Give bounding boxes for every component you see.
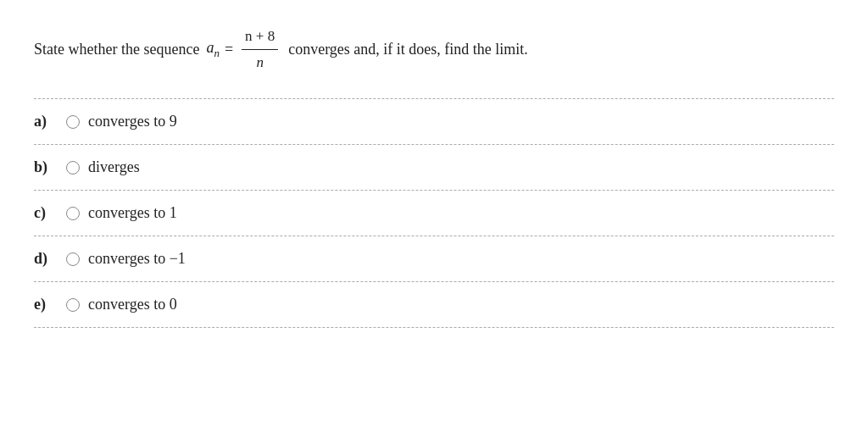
option-text-4: converges to 0 bbox=[88, 296, 177, 313]
question-text-after: converges and, if it does, find the limi… bbox=[288, 38, 528, 61]
option-radio-2[interactable] bbox=[66, 207, 80, 220]
option-label-1: b) bbox=[34, 158, 58, 176]
sequence-formula: an = n + 8 n bbox=[206, 25, 281, 73]
fraction-denominator: n bbox=[253, 50, 267, 74]
sequence-subscript: n bbox=[214, 47, 220, 59]
option-radio-3[interactable] bbox=[66, 252, 80, 266]
option-text-1: diverges bbox=[88, 158, 140, 176]
fraction: n + 8 n bbox=[242, 25, 278, 73]
question-text-before: State whether the sequence bbox=[34, 38, 199, 61]
option-row-a: a)converges to 9 bbox=[34, 99, 834, 145]
option-text-3: converges to −1 bbox=[88, 250, 186, 268]
option-radio-0[interactable] bbox=[66, 115, 80, 129]
option-label-4: e) bbox=[34, 296, 58, 313]
option-text-2: converges to 1 bbox=[88, 204, 177, 222]
option-text-0: converges to 9 bbox=[88, 113, 177, 130]
sequence-variable: an bbox=[206, 36, 220, 61]
equals-sign: = bbox=[225, 38, 233, 61]
option-row-b: b)diverges bbox=[34, 145, 834, 191]
option-row-d: d)converges to −1 bbox=[34, 236, 834, 282]
option-label-0: a) bbox=[34, 113, 58, 130]
option-label-3: d) bbox=[34, 250, 58, 268]
fraction-numerator: n + 8 bbox=[242, 25, 278, 50]
option-radio-4[interactable] bbox=[66, 298, 80, 312]
option-radio-1[interactable] bbox=[66, 161, 80, 175]
option-row-c: c)converges to 1 bbox=[34, 191, 834, 236]
option-label-2: c) bbox=[34, 204, 58, 222]
options-container: a)converges to 9b)divergesc)converges to… bbox=[34, 98, 834, 328]
question-header: State whether the sequence an = n + 8 n … bbox=[34, 25, 834, 73]
option-row-e: e)converges to 0 bbox=[34, 282, 834, 328]
